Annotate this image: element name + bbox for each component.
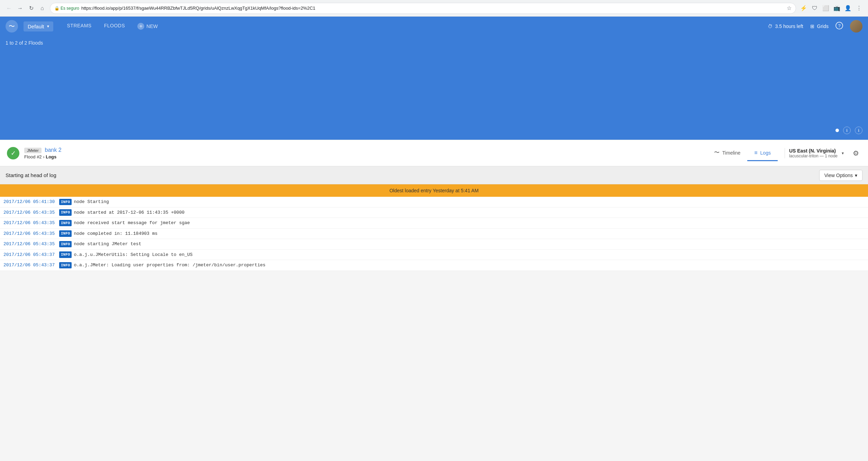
log-entry: 2017/12/06 05:43:37 INFO o.a.j.u.JMeterU… [0, 250, 868, 260]
settings-button[interactable]: ⚙ [851, 147, 861, 159]
secure-indicator: 🔒 Es seguro [54, 6, 79, 11]
log-level-badge: INFO [59, 251, 72, 258]
flood-card: ✓ JMeter bank 2 Flood #2 › Logs 〜 Timeli… [0, 140, 868, 166]
browser-chrome: ← → ↻ ⌂ 🔒 Es seguro https://flood.io/app… [0, 0, 868, 17]
browser-toolbar-icons: ⚡ 🛡 ⬜ 📺 👤 ⋮ [799, 3, 864, 13]
flood-info: JMeter bank 2 Flood #2 › Logs [24, 147, 62, 159]
log-timestamp: 2017/12/06 05:43:37 [3, 251, 57, 258]
log-level-badge: INFO [59, 262, 72, 269]
log-banner-text: Oldest loaded entry Yesterday at 5:41 AM [390, 188, 479, 193]
tab-logs-label: Logs [760, 150, 771, 156]
plus-icon: + [137, 23, 144, 30]
region-info: US East (N. Virginia) lacuscular-triton … [789, 148, 838, 158]
nav-links: STREAMS FLOODS + NEW [62, 20, 163, 33]
logs-icon: ≡ [754, 150, 757, 156]
url-bar[interactable]: 🔒 Es seguro https://flood.io/app/p/16537… [50, 3, 796, 14]
region-dropdown-arrow[interactable]: ▾ [842, 151, 844, 156]
log-message: node Starting [74, 199, 109, 205]
log-level-badge: INFO [59, 241, 72, 248]
region-sub: lacuscular-triton — 1 node [789, 154, 838, 158]
app-logo[interactable]: 〜 [6, 20, 18, 33]
flood-nav-tabs: 〜 Timeline ≡ Logs [707, 145, 778, 161]
flood-name[interactable]: bank 2 [45, 147, 62, 153]
log-level-badge: INFO [59, 199, 72, 205]
grids-label: Grids [817, 24, 829, 29]
log-message: node received start message for jmeter s… [74, 220, 190, 227]
browser-nav-buttons: ← → ↻ ⌂ [4, 3, 47, 13]
tab-logs[interactable]: ≡ Logs [747, 146, 778, 161]
nav-streams[interactable]: STREAMS [62, 20, 97, 33]
region-name: US East (N. Virginia) [789, 148, 838, 154]
blue-area: 1 to 2 of 2 Floods ℹ ℹ [0, 36, 868, 140]
avatar-image [850, 20, 862, 33]
log-timestamp: 2017/12/06 05:43:37 [3, 262, 57, 269]
region-selector: US East (N. Virginia) lacuscular-triton … [785, 148, 848, 158]
forward-button[interactable]: → [15, 3, 25, 13]
log-entry: 2017/12/06 05:43:37 INFO o.a.j.JMeter: L… [0, 260, 868, 271]
header-timer: ⏱ 3.5 hours left [768, 24, 803, 29]
log-level-badge: INFO [59, 209, 72, 216]
log-level-badge: INFO [59, 220, 72, 227]
nav-floods[interactable]: FLOODS [99, 20, 131, 33]
log-entry: 2017/12/06 05:43:35 INFO node received s… [0, 218, 868, 229]
view-options-button[interactable]: View Options ▾ [819, 170, 862, 181]
pagination-dots: ℹ ℹ [835, 127, 862, 134]
flood-card-header: ✓ JMeter bank 2 Flood #2 › Logs 〜 Timeli… [0, 140, 868, 166]
log-message: o.a.j.u.JMeterUtils: Setting Locale to e… [74, 251, 192, 258]
log-entry: 2017/12/06 05:41:30 INFO node Starting [0, 197, 868, 208]
breadcrumb-separator: › [43, 154, 44, 159]
project-name: Default [28, 24, 44, 29]
timer-label: 3.5 hours left [775, 24, 803, 29]
profile-icon[interactable]: 👤 [843, 3, 853, 13]
tab-timeline[interactable]: 〜 Timeline [707, 145, 747, 162]
log-message: o.a.j.JMeter: Loading user properties fr… [74, 262, 265, 269]
log-message: node starting JMeter test [74, 241, 141, 248]
tab-timeline-label: Timeline [722, 150, 740, 156]
timer-icon: ⏱ [768, 24, 773, 29]
log-timestamp: 2017/12/06 05:43:35 [3, 241, 57, 248]
header-right: ⏱ 3.5 hours left ⊞ Grids ? [768, 20, 862, 33]
project-arrow: ▾ [47, 24, 49, 29]
view-options-arrow: ▾ [855, 173, 857, 178]
refresh-button[interactable]: ↻ [26, 3, 36, 13]
nav-new[interactable]: + NEW [132, 20, 163, 33]
extensions-icon[interactable]: ⚡ [799, 3, 808, 13]
log-toolbar-title: Starting at head of log [6, 172, 56, 178]
log-timestamp: 2017/12/06 05:43:35 [3, 209, 57, 216]
breadcrumb-current: Logs [46, 154, 56, 159]
adblock-icon[interactable]: 🛡 [810, 3, 820, 13]
app-header: 〜 Default ▾ STREAMS FLOODS + NEW ⏱ 3.5 h… [0, 17, 868, 36]
chrome-ext-icon[interactable]: ⬜ [821, 3, 831, 13]
help-icon[interactable]: ? [835, 22, 843, 31]
log-toolbar: Starting at head of log View Options ▾ [0, 166, 868, 184]
log-message: node started at 2017-12-06 11:43:35 +000… [74, 209, 184, 216]
info-dot-2[interactable]: ℹ [855, 127, 862, 134]
active-dot [835, 129, 839, 132]
bookmark-icon[interactable]: ☆ [787, 5, 792, 11]
log-entry: 2017/12/06 05:43:35 INFO node started at… [0, 208, 868, 218]
cast-icon[interactable]: 📺 [832, 3, 842, 13]
tool-badge: JMeter [24, 148, 42, 153]
breadcrumb-prefix: Flood #2 [24, 154, 42, 159]
flood-title-row: JMeter bank 2 [24, 147, 62, 153]
header-grids[interactable]: ⊞ Grids [810, 24, 829, 29]
view-options-label: View Options [824, 173, 853, 178]
grids-icon: ⊞ [810, 24, 814, 29]
nav-new-label: NEW [146, 24, 158, 29]
url-text: https://flood.io/app/p/16537/f/sgaeWu44R… [81, 6, 785, 11]
log-banner: Oldest loaded entry Yesterday at 5:41 AM [0, 184, 868, 197]
log-entries: 2017/12/06 05:41:30 INFO node Starting 2… [0, 197, 868, 271]
menu-icon[interactable]: ⋮ [854, 3, 864, 13]
home-button[interactable]: ⌂ [37, 3, 47, 13]
log-message: node completed in: 11.184903 ms [74, 230, 157, 237]
back-button[interactable]: ← [4, 3, 14, 13]
log-timestamp: 2017/12/06 05:43:35 [3, 230, 57, 237]
avatar[interactable] [850, 20, 862, 33]
log-level-badge: INFO [59, 230, 72, 237]
info-dot-1[interactable]: ℹ [843, 127, 851, 134]
floods-count: 1 to 2 of 2 Floods [6, 40, 862, 46]
project-selector[interactable]: Default ▾ [24, 21, 53, 31]
svg-text:?: ? [838, 23, 840, 28]
flood-status-icon: ✓ [7, 147, 19, 159]
breadcrumb: Flood #2 › Logs [24, 154, 62, 159]
